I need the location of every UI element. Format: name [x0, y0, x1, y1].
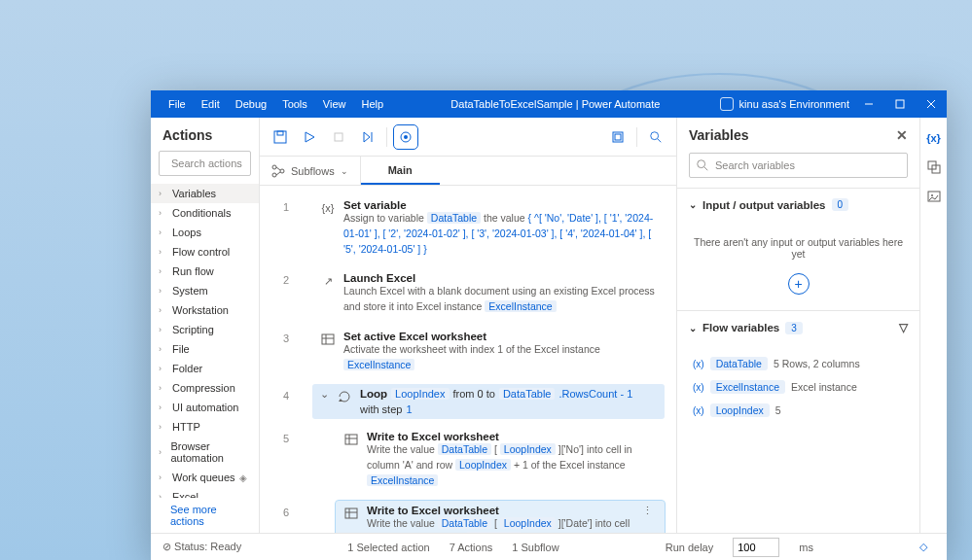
category-scripting[interactable]: ›Scripting	[151, 320, 259, 339]
line-number: 4	[260, 384, 312, 402]
chevron-down-icon: ⌄	[341, 166, 348, 176]
category-label: System	[172, 285, 208, 297]
rail-variables-icon[interactable]: {x}	[925, 129, 943, 147]
svg-rect-6	[274, 131, 286, 143]
action-set-variable[interactable]: {x} Set variable Assign to variable Data…	[312, 195, 665, 261]
filter-icon[interactable]: ▽	[899, 321, 908, 334]
run-button[interactable]	[299, 126, 320, 148]
action-title: Set active Excel worksheet	[343, 331, 657, 342]
subflows-dropdown[interactable]: Subflows ⌄	[260, 157, 361, 185]
add-variable-button[interactable]: +	[788, 273, 810, 295]
category-loops[interactable]: ›Loops	[151, 223, 259, 242]
action-description: Write the value DataTable [ LoopIndex ][…	[367, 442, 657, 488]
rail-ui-elements-icon[interactable]	[925, 158, 943, 176]
category-excel[interactable]: ›Excel	[151, 487, 259, 498]
action-launch-excel[interactable]: ↗ Launch Excel Launch Excel with a blank…	[312, 268, 665, 319]
loop-index-var: LoopIndex	[391, 388, 449, 400]
category-workstation[interactable]: ›Workstation	[151, 300, 259, 320]
actions-panel: Actions ›Variables›Conditionals›Loops›Fl…	[151, 118, 260, 533]
category-ui-automation[interactable]: ›UI automation	[151, 398, 259, 417]
status-ready: ⊘ Status: Ready	[162, 541, 241, 553]
close-window-button[interactable]	[916, 90, 947, 118]
eraser-icon[interactable]: ◇	[919, 541, 927, 553]
category-browser-automation[interactable]: ›Browser automation	[151, 437, 259, 468]
see-more-actions-link[interactable]: See more actions	[151, 498, 259, 533]
category-work-queues[interactable]: ›Work queues◈	[151, 468, 259, 487]
titlebar: FileEditDebugToolsViewHelp DataTableToEx…	[151, 90, 947, 118]
svg-point-19	[272, 173, 276, 177]
category-conditionals[interactable]: ›Conditionals	[151, 203, 259, 223]
category-compression[interactable]: ›Compression	[151, 378, 259, 398]
search-designer-button[interactable]	[645, 126, 666, 148]
status-selected: 1 Selected action	[347, 542, 429, 553]
category-variables[interactable]: ›Variables	[151, 184, 259, 203]
action-write-excel-1[interactable]: Write to Excel worksheet Write the value…	[336, 427, 665, 492]
status-bar: ⊘ Status: Ready 1 Selected action 7 Acti…	[151, 533, 947, 560]
tab-main[interactable]: Main	[361, 157, 440, 185]
category-label: HTTP	[172, 421, 200, 433]
designer-toolbar	[260, 118, 676, 157]
variable-icon: {x}	[320, 200, 336, 216]
svg-rect-15	[615, 134, 621, 140]
action-write-excel-2[interactable]: Write to Excel worksheet Write the value…	[336, 501, 665, 534]
chevron-right-icon: ›	[159, 472, 168, 482]
menu-debug[interactable]: Debug	[228, 98, 274, 110]
window-title: DataTableToExcelSample | Power Automate	[391, 98, 720, 110]
minimize-button[interactable]	[853, 90, 884, 118]
close-panel-button[interactable]: ✕	[896, 127, 908, 143]
save-button[interactable]	[270, 126, 291, 148]
menu-tools[interactable]: Tools	[274, 98, 315, 110]
actions-header: Actions	[151, 118, 259, 151]
action-set-worksheet[interactable]: Set active Excel worksheet Activate the …	[312, 327, 665, 377]
io-count-badge: 0	[832, 198, 849, 211]
step-button[interactable]	[357, 126, 378, 148]
category-file[interactable]: ›File	[151, 339, 259, 359]
svg-line-21	[276, 167, 280, 170]
action-title: Set variable	[343, 199, 657, 211]
rail-images-icon[interactable]	[925, 188, 943, 205]
action-categories: ›Variables›Conditionals›Loops›Flow contr…	[151, 184, 259, 498]
category-label: Workstation	[172, 304, 229, 316]
category-flow-control[interactable]: ›Flow control	[151, 242, 259, 262]
chevron-right-icon: ›	[159, 305, 168, 315]
subflows-icon	[271, 164, 285, 178]
category-run-flow[interactable]: ›Run flow	[151, 262, 259, 281]
chevron-down-icon: ⌄	[689, 323, 697, 333]
variable-row[interactable]: (x)ExcelInstanceExcel instance	[693, 375, 904, 399]
action-more-icon[interactable]: ⋮	[638, 505, 657, 534]
stop-button[interactable]	[328, 126, 349, 148]
variable-icon: (x)	[693, 382, 704, 393]
menu-view[interactable]: View	[315, 98, 354, 110]
copilot-button[interactable]	[607, 126, 629, 148]
svg-line-34	[704, 167, 708, 171]
variable-row[interactable]: (x)LoopIndex5	[693, 399, 904, 422]
chevron-right-icon: ›	[159, 344, 168, 354]
flow-variables-header[interactable]: ⌄ Flow variables 3 ▽	[677, 311, 919, 344]
variables-search-input[interactable]	[715, 159, 901, 171]
collapse-icon[interactable]: ⌄	[320, 388, 329, 415]
record-button[interactable]	[395, 126, 416, 148]
io-variables-header[interactable]: ⌄ Input / output variables 0	[677, 189, 919, 221]
menu-edit[interactable]: Edit	[194, 98, 228, 110]
actions-search[interactable]	[159, 151, 251, 176]
svg-point-16	[651, 131, 659, 139]
svg-point-13	[404, 135, 408, 139]
chevron-right-icon: ›	[159, 286, 168, 296]
variable-icon: (x)	[693, 405, 704, 416]
maximize-button[interactable]	[884, 90, 916, 118]
right-rail: {x}	[919, 118, 947, 533]
svg-point-33	[698, 160, 705, 168]
action-title: Write to Excel worksheet	[367, 505, 630, 516]
category-system[interactable]: ›System	[151, 281, 259, 300]
environment-label[interactable]: kinu asa's Environment	[720, 97, 853, 111]
loop-icon	[337, 389, 352, 404]
action-loop[interactable]: ⌄ Loop LoopIndex from 0 to DataTable .Ro…	[312, 384, 665, 419]
menu-help[interactable]: Help	[353, 98, 391, 110]
premium-icon: ◈	[239, 472, 247, 483]
category-folder[interactable]: ›Folder	[151, 359, 259, 378]
variable-row[interactable]: (x)DataTable5 Rows, 2 columns	[693, 352, 904, 375]
category-http[interactable]: ›HTTP	[151, 417, 259, 437]
variables-search[interactable]	[689, 153, 908, 178]
run-delay-input[interactable]	[733, 538, 779, 557]
menu-file[interactable]: File	[161, 98, 194, 110]
